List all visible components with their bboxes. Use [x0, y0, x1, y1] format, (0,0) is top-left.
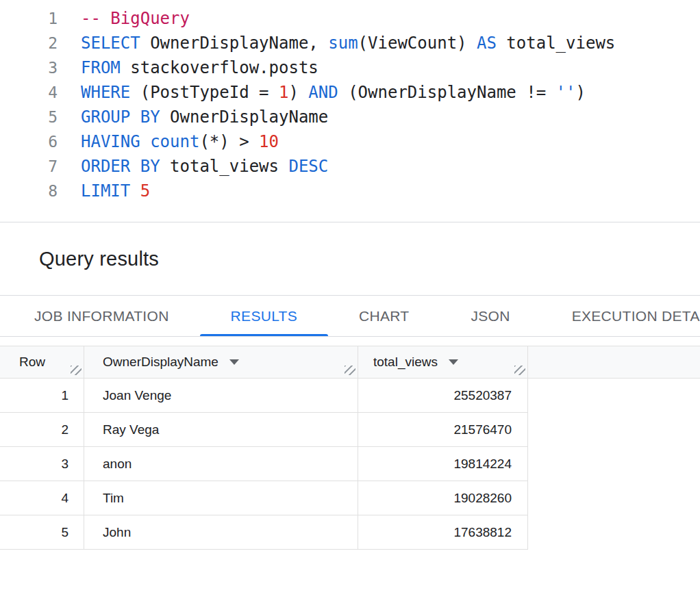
token-plain: (OwnerDisplayName !=	[338, 83, 556, 102]
token-number: 5	[140, 181, 150, 201]
tab-json[interactable]: JSON	[440, 296, 540, 336]
token-keyword: WHERE	[81, 83, 130, 102]
code-text: LIMIT 5	[81, 181, 150, 201]
token-plain: )	[576, 83, 586, 102]
token-keyword: ORDER BY	[81, 157, 160, 176]
token-plain	[140, 132, 150, 151]
token-keyword: HAVING	[81, 132, 140, 151]
page-title: Query results	[39, 248, 159, 270]
table-row: 1Joan Venge25520387	[0, 379, 528, 413]
sort-dropdown-icon[interactable]	[449, 359, 458, 365]
code-line[interactable]: 2SELECT OwnerDisplayName, sum(ViewCount)…	[0, 31, 700, 55]
code-line[interactable]: 1-- BigQuery	[0, 6, 700, 31]
column-resize-handle[interactable]	[514, 366, 525, 375]
code-text: HAVING count(*) > 10	[81, 132, 279, 151]
code-text: -- BigQuery	[81, 9, 190, 28]
token-plain: total_views	[160, 157, 289, 176]
token-plain: total_views	[497, 34, 615, 53]
code-line[interactable]: 5GROUP BY OwnerDisplayName	[0, 105, 700, 129]
results-table: RowOwnerDisplayNametotal_views 1Joan Ven…	[0, 346, 700, 550]
column-resize-handle[interactable]	[71, 366, 82, 375]
sql-editor[interactable]: 1-- BigQuery2SELECT OwnerDisplayName, su…	[0, 0, 700, 222]
cell-row-number: 4	[0, 481, 84, 515]
line-number: 1	[0, 6, 58, 31]
cell-row-number: 3	[0, 447, 84, 481]
cell-owner-display-name: anon	[84, 447, 358, 481]
tab-results[interactable]: RESULTS	[200, 296, 328, 336]
cell-row-number: 2	[0, 413, 84, 446]
column-header-row: Row	[0, 346, 84, 378]
code-text: SELECT OwnerDisplayName, sum(ViewCount) …	[81, 34, 615, 53]
code-text: ORDER BY total_views DESC	[81, 157, 328, 176]
code-line[interactable]: 3FROM stackoverflow.posts	[0, 55, 700, 80]
column-header-ownerdisplayname: OwnerDisplayName	[84, 346, 358, 378]
cell-total-views: 19028260	[358, 481, 528, 515]
cell-row-number: 5	[0, 515, 84, 549]
token-keyword: AS	[477, 34, 497, 53]
cell-total-views: 25520387	[358, 379, 528, 412]
results-tab-bar: JOB INFORMATIONRESULTSCHARTJSONEXECUTION…	[0, 296, 700, 337]
token-keyword: LIMIT	[81, 181, 130, 201]
column-header-total_views: total_views	[358, 346, 528, 378]
column-label: OwnerDisplayName	[103, 355, 218, 370]
token-number: 1	[279, 83, 288, 102]
column-label: Row	[19, 355, 45, 370]
column-resize-handle[interactable]	[345, 366, 355, 375]
cell-owner-display-name: Joan Venge	[84, 379, 358, 412]
token-plain: (PostTypeId =	[130, 83, 279, 102]
cell-total-views: 21576470	[358, 413, 528, 446]
cell-total-views: 17638812	[358, 515, 528, 549]
table-row: 3anon19814224	[0, 447, 528, 481]
line-number: 8	[0, 179, 58, 203]
token-plain: OwnerDisplayName,	[140, 34, 329, 53]
column-label: total_views	[373, 355, 438, 370]
tab-job-information[interactable]: JOB INFORMATION	[3, 296, 200, 336]
table-row: 5John17638812	[0, 515, 528, 550]
sort-dropdown-icon[interactable]	[229, 359, 239, 365]
cell-owner-display-name: Ray Vega	[84, 413, 358, 446]
code-line[interactable]: 7ORDER BY total_views DESC	[0, 154, 700, 179]
line-number: 7	[0, 154, 58, 179]
line-number: 5	[0, 105, 58, 129]
table-body: 1Joan Venge255203872Ray Vega215764703ano…	[0, 379, 700, 550]
token-keyword: count	[150, 132, 199, 151]
code-line[interactable]: 4WHERE (PostTypeId = 1) AND (OwnerDispla…	[0, 80, 700, 105]
cell-total-views: 19814224	[358, 447, 528, 481]
token-keyword: GROUP BY	[81, 107, 160, 127]
token-plain	[130, 181, 140, 201]
token-keyword: SELECT	[81, 34, 140, 53]
code-text: GROUP BY OwnerDisplayName	[81, 107, 328, 127]
code-line[interactable]: 6HAVING count(*) > 10	[0, 129, 700, 154]
token-number: 10	[259, 132, 279, 151]
table-row: 4Tim19028260	[0, 481, 528, 515]
token-plain: )	[288, 83, 308, 102]
line-number: 6	[0, 129, 58, 154]
cell-owner-display-name: John	[84, 515, 358, 549]
line-number: 3	[0, 55, 58, 80]
token-plain: stackoverflow.posts	[121, 58, 318, 77]
token-plain: (*) >	[199, 132, 259, 151]
tab-execution-details[interactable]: EXECUTION DETAILS	[541, 296, 700, 336]
token-keyword: DESC	[288, 157, 328, 176]
tab-chart[interactable]: CHART	[328, 296, 440, 336]
cell-owner-display-name: Tim	[84, 481, 358, 515]
table-header-row: RowOwnerDisplayNametotal_views	[0, 346, 700, 379]
token-keyword: AND	[308, 83, 338, 102]
cell-row-number: 1	[0, 379, 84, 412]
code-text: WHERE (PostTypeId = 1) AND (OwnerDisplay…	[81, 83, 586, 102]
query-results-header: Query results	[0, 222, 700, 296]
token-keyword: sum	[328, 34, 358, 53]
token-plain: (ViewCount)	[358, 34, 477, 53]
token-string: ''	[556, 83, 576, 102]
line-number: 4	[0, 80, 58, 105]
token-comment: -- BigQuery	[81, 9, 190, 28]
code-text: FROM stackoverflow.posts	[81, 58, 318, 77]
token-keyword: FROM	[81, 58, 121, 77]
table-row: 2Ray Vega21576470	[0, 413, 528, 447]
token-plain: OwnerDisplayName	[160, 107, 329, 127]
code-line[interactable]: 8LIMIT 5	[0, 179, 700, 203]
line-number: 2	[0, 31, 58, 55]
header-filler	[528, 346, 700, 378]
